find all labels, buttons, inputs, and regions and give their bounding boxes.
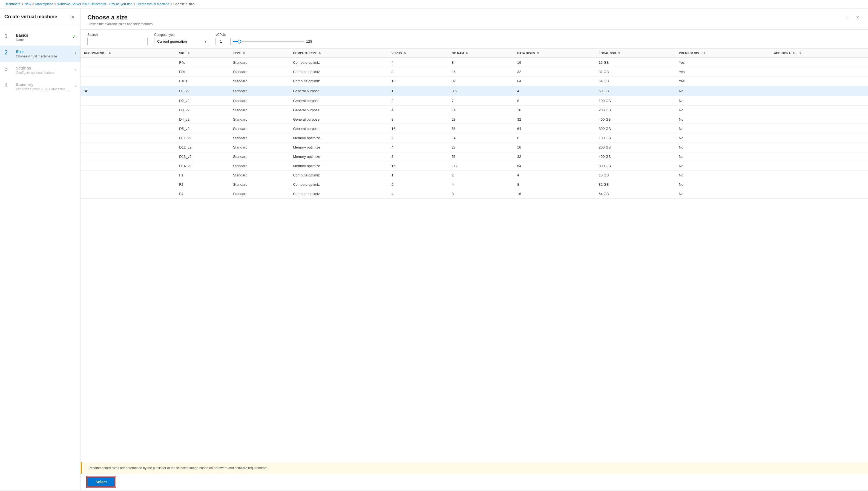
cell-local_ssd: 16 GB	[596, 58, 676, 67]
cell-vcpus: 4	[388, 189, 449, 199]
cell-vcpus: 8	[388, 115, 449, 124]
cell-local_ssd: 800 GB	[596, 162, 676, 171]
col-premium-dis[interactable]: PREMIUM DIS... ⇅	[676, 49, 770, 58]
breadcrumb-marketplace[interactable]: Marketplace	[35, 2, 53, 6]
table-row[interactable]: F8sStandardCompute optimiz8163232 GBYes	[81, 67, 868, 77]
table-row[interactable]: D4_v2StandardGeneral purpose82832400 GBN…	[81, 115, 868, 124]
sort-icon-vcpus: ⇅	[404, 52, 406, 55]
table-row[interactable]: D2_v2StandardGeneral purpose278100 GBNo	[81, 96, 868, 106]
col-data-disks[interactable]: DATA DISKS ⇅	[514, 49, 596, 58]
cell-type: Standard	[230, 115, 290, 124]
content-header: Choose a size Browse the available sizes…	[81, 8, 868, 30]
cell-sku: F2	[176, 180, 230, 189]
cell-premium_dis: No	[676, 152, 770, 162]
cell-vcpus: 16	[388, 162, 449, 171]
cell-gb_ram: 4	[449, 180, 514, 189]
col-type[interactable]: TYPE ⇅	[230, 49, 290, 58]
cell-local_ssd: 32 GB	[596, 67, 676, 77]
step-content-3: Settings Configure optional features	[16, 66, 73, 75]
sidebar-steps: 1 Basics Done ✓ 2 Size Choose virtual ma…	[0, 25, 81, 490]
step-content-2: Size Choose virtual machine size	[16, 50, 73, 58]
step-number-4: 4	[4, 82, 12, 88]
sidebar-close-button[interactable]: ✕	[69, 14, 76, 20]
cell-recommended	[81, 77, 176, 86]
cell-data_disks: 64	[514, 162, 596, 171]
breadcrumb-dashboard[interactable]: Dashboard	[4, 2, 21, 6]
col-gb-ram[interactable]: GB RAM ⇅	[449, 49, 514, 58]
sidebar-item-settings[interactable]: 3 Settings Configure optional features ›	[0, 62, 81, 79]
cell-sku: D4_v2	[176, 115, 230, 124]
cell-gb_ram: 56	[449, 124, 514, 134]
breadcrumb-image[interactable]: Windows Server 2016 Datacenter - Pay-as-…	[57, 2, 132, 6]
search-label: Search	[87, 33, 147, 37]
table-row[interactable]: D13_v2StandardMemory optimize85632400 GB…	[81, 152, 868, 162]
step-arrow-3: ›	[75, 67, 76, 72]
table-row[interactable]: D11_v2StandardMemory optimize2148100 GBN…	[81, 134, 868, 143]
cell-sku: D12_v2	[176, 143, 230, 152]
table-row[interactable]: F4StandardCompute optimiz481664 GBNo	[81, 189, 868, 199]
col-vcpus[interactable]: VCPUS ⇅	[388, 49, 449, 58]
sidebar-item-basics[interactable]: 1 Basics Done ✓	[0, 29, 81, 46]
content-area: Choose a size Browse the available sizes…	[81, 8, 868, 490]
cell-data_disks: 8	[514, 180, 596, 189]
vcpu-controls: 128	[216, 38, 312, 45]
content-header-text: Choose a size Browse the available sizes…	[87, 14, 153, 26]
cell-type: Standard	[230, 180, 290, 189]
col-compute-type[interactable]: COMPUTE TYPE ⇅	[290, 49, 388, 58]
table-row[interactable]: F1StandardCompute optimiz12416 GBNo	[81, 171, 868, 180]
cell-recommended	[81, 67, 176, 77]
sidebar-item-summary[interactable]: 4 Summary Windows Server 2016 Datacenter…	[0, 79, 81, 95]
sidebar-item-size[interactable]: 2 Size Choose virtual machine size ›	[0, 46, 81, 62]
search-input[interactable]	[87, 38, 147, 45]
sort-icon-sku: ⇅	[188, 52, 190, 55]
table-row[interactable]: F16sStandardCompute optimiz16326464 GBYe…	[81, 77, 868, 86]
table-row[interactable]: F2StandardCompute optimiz24832 GBNo	[81, 180, 868, 189]
vcpu-slider[interactable]	[233, 41, 304, 42]
table-row[interactable]: D3_v2StandardGeneral purpose41416200 GBN…	[81, 106, 868, 115]
table-row[interactable]: D14_v2StandardMemory optimize1611264800 …	[81, 162, 868, 171]
col-local-ssd[interactable]: LOCAL SSD ⇅	[596, 49, 676, 58]
step-arrow-2: ›	[75, 51, 76, 56]
table-row[interactable]: D12_v2StandardMemory optimize42816200 GB…	[81, 143, 868, 152]
sizes-table: RECOMMEND... ⇅ SKU ⇅ TYPE ⇅ COMPUTE TYPE…	[81, 49, 868, 199]
compute-type-select[interactable]: All Current generation Previous generati…	[154, 38, 209, 45]
cell-sku: D1_v2	[176, 86, 230, 96]
cell-data_disks: 4	[514, 86, 596, 96]
table-row[interactable]: F4sStandardCompute optimiz481616 GBYes	[81, 58, 868, 67]
cell-data_disks: 64	[514, 124, 596, 134]
cell-type: Standard	[230, 96, 290, 106]
cell-vcpus: 4	[388, 143, 449, 152]
table-row[interactable]: D5_v2StandardGeneral purpose165664800 GB…	[81, 124, 868, 134]
step-name-4: Summary	[16, 82, 73, 87]
breadcrumb-new[interactable]: New	[25, 2, 31, 6]
cell-gb_ram: 16	[449, 67, 514, 77]
table-wrapper[interactable]: RECOMMEND... ⇅ SKU ⇅ TYPE ⇅ COMPUTE TYPE…	[81, 49, 868, 462]
col-sku[interactable]: SKU ⇅	[176, 49, 230, 58]
cell-gb_ram: 2	[449, 171, 514, 180]
minimize-button[interactable]: ▭	[844, 14, 851, 21]
sort-icon-additional: ⇅	[799, 52, 802, 55]
cell-type: Standard	[230, 152, 290, 162]
step-number-3: 3	[4, 66, 12, 72]
cell-recommended	[81, 124, 176, 134]
breadcrumb-create-vm[interactable]: Create virtual machine	[136, 2, 169, 6]
cell-compute_type: General purpose	[290, 86, 388, 96]
cell-additional_f	[770, 180, 868, 189]
col-recommended[interactable]: RECOMMEND... ⇅	[81, 49, 176, 58]
select-button[interactable]: Select	[87, 477, 115, 487]
sort-icon: ⇅	[109, 52, 111, 55]
cell-premium_dis: Yes	[676, 77, 770, 86]
col-additional[interactable]: ADDITIONAL F... ⇅	[770, 49, 868, 58]
close-button[interactable]: ✕	[854, 14, 862, 21]
table-row[interactable]: ★D1_v2StandardGeneral purpose13.5450 GBN…	[81, 86, 868, 96]
cell-compute_type: Memory optimize	[290, 162, 388, 171]
cell-recommended	[81, 171, 176, 180]
cell-recommended	[81, 58, 176, 67]
cell-recommended	[81, 115, 176, 124]
cell-type: Standard	[230, 171, 290, 180]
search-group: Search	[87, 33, 147, 45]
vcpu-min-input[interactable]	[216, 38, 230, 45]
cell-type: Standard	[230, 134, 290, 143]
cell-local_ssd: 100 GB	[596, 96, 676, 106]
cell-compute_type: General purpose	[290, 124, 388, 134]
